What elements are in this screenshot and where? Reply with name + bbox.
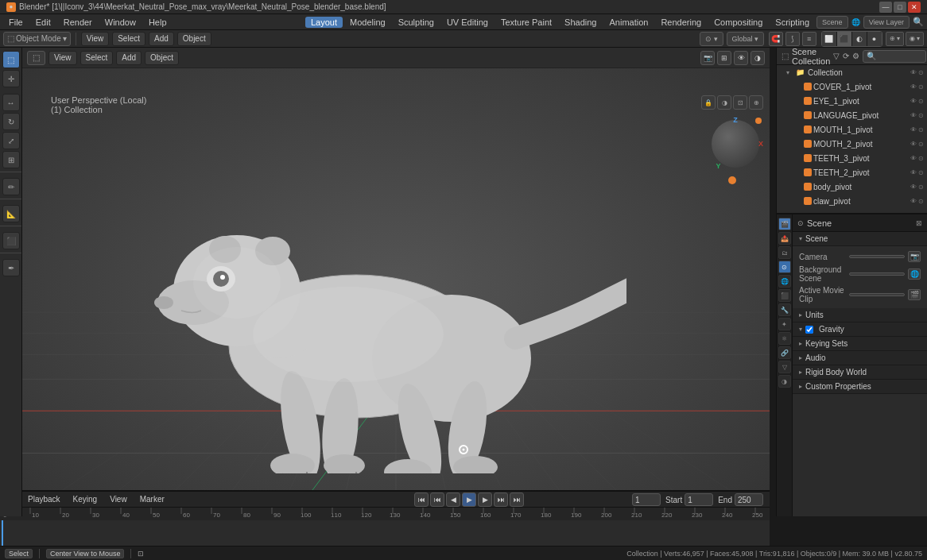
sel-icon-6[interactable]: ⊙	[918, 155, 924, 162]
menu-window[interactable]: Window	[99, 17, 142, 28]
outliner-item-mouth1[interactable]: MOUTH_1_pivot 👁 ⊙	[777, 122, 927, 137]
vis-icon-3[interactable]: 👁	[910, 112, 917, 119]
view-layer-selector[interactable]: View Layer	[863, 16, 910, 29]
center-view-btn[interactable]: Center View to Mouse	[46, 549, 124, 558]
workspace-rendering[interactable]: Rendering	[655, 17, 707, 28]
visibility-icon-1[interactable]: 👁	[910, 69, 917, 76]
workspace-layout[interactable]: Layout	[305, 17, 343, 28]
vis-icon-4[interactable]: 👁	[910, 126, 917, 133]
menu-select-btn[interactable]: Select	[112, 32, 145, 46]
movie-clip-value[interactable]	[849, 293, 905, 296]
end-frame-input[interactable]	[735, 493, 763, 506]
timeline-scrubber[interactable]	[0, 520, 770, 547]
render-preview-icon[interactable]: ◑	[717, 95, 731, 110]
gravity-checkbox[interactable]	[805, 326, 813, 334]
vis-icon-5[interactable]: 👁	[910, 141, 917, 148]
workspace-uv[interactable]: UV Editing	[441, 17, 494, 28]
camera-value[interactable]	[849, 255, 905, 258]
menu-help[interactable]: Help	[143, 17, 173, 28]
prop-icon-material[interactable]: ◑	[778, 375, 791, 388]
outliner-item-teeth3[interactable]: TEETH_3_pivot 👁 ⊙	[777, 151, 927, 165]
prop-icon-particles[interactable]: ✦	[778, 318, 791, 330]
vp-add-menu[interactable]: Add	[116, 51, 142, 65]
audio-section-header[interactable]: ▸ Audio	[793, 351, 927, 365]
play-btn[interactable]: ▶	[462, 492, 476, 507]
render-icon[interactable]: ◑	[751, 51, 765, 65]
solid-btn[interactable]: ⬛	[837, 32, 851, 46]
workspace-modeling[interactable]: Modeling	[344, 17, 391, 28]
origin-icon[interactable]: ⊕	[749, 95, 763, 110]
menu-object-btn[interactable]: Object	[177, 32, 211, 46]
menu-render[interactable]: Render	[58, 17, 98, 28]
editor-type-selector[interactable]: ⬚ Object Mode ▾	[3, 32, 71, 46]
filter-icon[interactable]: ▽	[833, 52, 840, 60]
timeline-menu-keying[interactable]: Keying	[70, 495, 101, 504]
current-frame-input[interactable]	[632, 493, 661, 506]
vis-icon-2[interactable]: 👁	[910, 98, 917, 105]
workspace-animation[interactable]: Animation	[603, 17, 654, 28]
workspace-shading[interactable]: Shading	[559, 17, 602, 28]
menu-view-btn[interactable]: View	[81, 32, 110, 46]
outliner-search[interactable]	[863, 50, 926, 63]
bg-scene-icon[interactable]: 🌐	[908, 268, 921, 280]
snapping-controls[interactable]: 🧲 ⟆ ≡	[767, 32, 818, 46]
timeline-menu-view[interactable]: View	[107, 495, 130, 504]
prop-icon-world[interactable]: 🌐	[778, 275, 791, 288]
overlays-btn[interactable]: ⊕ ▾	[886, 32, 904, 46]
lock-icon[interactable]: 🔒	[701, 95, 716, 110]
prop-icon-data[interactable]: ▽	[778, 361, 791, 373]
outliner-item-body[interactable]: body_pivot 👁 ⊙	[777, 180, 927, 194]
vis-icon-7[interactable]: 👁	[910, 169, 917, 176]
prop-icon-object[interactable]: ⬛	[778, 289, 791, 302]
scene-panel-header[interactable]: ▾ Scene	[793, 232, 927, 246]
camera-browse-icon[interactable]: 📷	[908, 251, 921, 262]
tool-transform[interactable]: ⊞	[2, 151, 20, 168]
vis-icon[interactable]: 👁	[910, 83, 917, 91]
custom-props-header[interactable]: ▸ Custom Properties	[793, 380, 927, 394]
outliner-item-eye[interactable]: EYE_1_pivot 👁 ⊙	[777, 94, 927, 108]
timeline-menu-marker[interactable]: Marker	[137, 495, 168, 504]
outliner-item-teeth2[interactable]: TEETH_2_pivot 👁 ⊙	[777, 165, 927, 180]
outliner-item-mouth2[interactable]: MOUTH_2_pivot 👁 ⊙	[777, 137, 927, 151]
props-settings-icon[interactable]: ⊠	[916, 219, 922, 227]
workspace-sculpting[interactable]: Sculpting	[393, 17, 440, 28]
prop-icon-scene[interactable]: ⊙	[778, 261, 791, 273]
outliner-item-collection-root[interactable]: ▾ 📁 Collection 👁 ⊙	[777, 65, 927, 79]
navigation-gizmo[interactable]: Z X Y	[708, 116, 763, 172]
tool-grease-pencil[interactable]: ✒	[2, 259, 20, 276]
settings-icon[interactable]: ⚙	[852, 52, 859, 60]
prop-icon-render[interactable]: 🎬	[778, 218, 791, 230]
outliner-item-language[interactable]: LANGUAGE_pivot 👁 ⊙	[777, 108, 927, 122]
display-icon[interactable]: 👁	[734, 51, 748, 65]
minimize-button[interactable]: —	[879, 2, 892, 13]
start-frame-input[interactable]	[685, 493, 713, 506]
outliner-item-cover[interactable]: COVER_1_pivot 👁 ⊙	[777, 79, 927, 94]
vis-icon-8[interactable]: 👁	[910, 183, 917, 191]
sync-icon[interactable]: ⟳	[843, 52, 849, 60]
workspace-scripting[interactable]: Scripting	[770, 17, 815, 28]
tool-measure[interactable]: 📐	[2, 205, 20, 222]
sel-icon-2[interactable]: ⊙	[918, 98, 924, 105]
scene-selector[interactable]: Scene	[816, 16, 848, 29]
prop-icon-constraint[interactable]: 🔗	[778, 346, 791, 359]
sel-icon[interactable]: ⊙	[918, 83, 924, 91]
prop-icon-physics[interactable]: ⚛	[778, 332, 791, 345]
menu-add-btn[interactable]: Add	[149, 32, 174, 46]
sel-icon-3[interactable]: ⊙	[918, 112, 924, 119]
prop-icon-output[interactable]: 📤	[778, 232, 791, 245]
tool-move[interactable]: ↔	[2, 94, 20, 111]
vp-select-menu[interactable]: Select	[80, 51, 114, 65]
outliner-item-claw[interactable]: claw_pivot 👁 ⊙	[777, 194, 927, 208]
next-keyframe-btn[interactable]: ⏭	[494, 492, 508, 507]
workspace-compositing[interactable]: Compositing	[708, 17, 768, 28]
3d-viewport[interactable]: ⬚ View Select Add Object 📷 ⊞ 👁 ◑	[22, 48, 770, 516]
movie-clip-icon[interactable]: 🎬	[908, 289, 921, 300]
rigid-body-section-header[interactable]: ▸ Rigid Body World	[793, 365, 927, 380]
grid-icon[interactable]: ⊞	[717, 51, 731, 65]
tool-scale[interactable]: ⤢	[2, 132, 20, 149]
search-icon[interactable]: 🔍	[913, 17, 924, 27]
vp-view-menu[interactable]: View	[48, 51, 77, 65]
timeline-menu-playback[interactable]: Playback	[25, 495, 64, 504]
vis-icon-6[interactable]: 👁	[910, 155, 917, 162]
tool-cursor[interactable]: ✛	[2, 70, 20, 87]
